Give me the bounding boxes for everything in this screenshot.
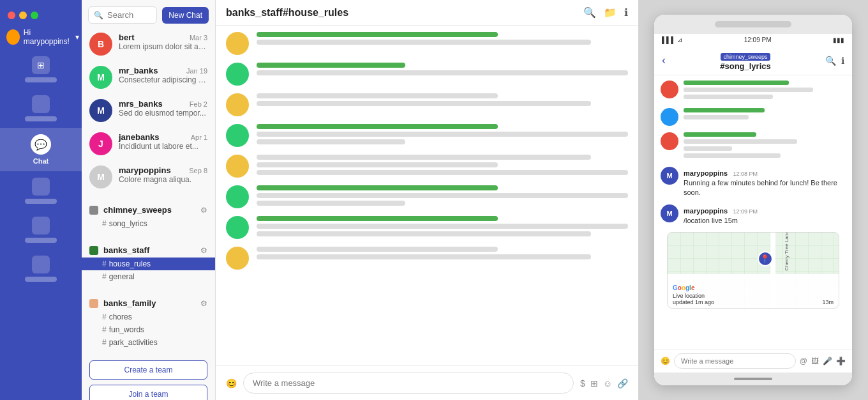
join-team-button[interactable]: Join a team xyxy=(89,385,207,400)
mobile-avatar-1 xyxy=(661,81,678,98)
chat-header-icons: 🔍 📁 ℹ xyxy=(583,6,628,19)
mobile-avatar-marypoppins-1: M xyxy=(661,167,678,185)
folder-header-icon[interactable]: 📁 xyxy=(604,6,617,19)
user-avatar xyxy=(6,29,20,45)
mobile-at-icon[interactable]: @ xyxy=(800,357,807,365)
team-name-chimney: chimney_sweeps xyxy=(103,205,200,215)
mobile-message-input[interactable] xyxy=(674,353,796,369)
sidebar-item-chat[interactable]: 💬 Chat xyxy=(0,128,82,171)
channel-fun-words[interactable]: #fun_words xyxy=(82,323,215,336)
new-chat-button[interactable]: New Chat xyxy=(162,7,209,24)
channel-park-activities[interactable]: #park_activities xyxy=(82,336,215,349)
team-color-banks-staff xyxy=(89,246,98,255)
sidebar-label-2 xyxy=(25,116,57,121)
bottom-buttons: Create a team Join a team xyxy=(82,353,215,400)
mobile-emoji-icon[interactable]: 😊 xyxy=(661,357,670,365)
smiley-icon[interactable]: ☺ xyxy=(603,378,612,388)
team-chimney-sweeps-header[interactable]: chimney_sweeps ⚙ xyxy=(82,203,215,217)
message-input[interactable] xyxy=(243,373,574,394)
avatar-bert: B xyxy=(89,33,112,56)
hash-icon-fun-words: # xyxy=(102,325,107,334)
info-header-icon[interactable]: ℹ xyxy=(624,6,628,19)
mobile-info-icon[interactable]: ℹ xyxy=(841,56,844,66)
mobile-channel-info: chimney_sweeps #song_lyrics xyxy=(671,50,820,71)
right-panel: ▌▌▌ ⊿ 12:09 PM ▮▮▮ ‹ chimney_sweeps #son… xyxy=(638,0,868,400)
dm-date-mr-banks: Jan 19 xyxy=(186,67,207,75)
dm-item-mr-banks[interactable]: M mr_banks Jan 19 Consectetur adipiscing… xyxy=(82,61,215,94)
chat-icon: 💬 xyxy=(31,134,51,155)
status-left: ▌▌▌ ⊿ xyxy=(662,36,682,43)
chat-input-actions: $ ⊞ ☺ 🔗 xyxy=(580,378,628,388)
messages-area xyxy=(216,26,638,365)
msg-content-5 xyxy=(257,155,628,175)
link-icon[interactable]: 🔗 xyxy=(617,378,628,388)
mobile-message-text-2: /location live 15m xyxy=(684,216,846,226)
team-banks-staff: banks_staff ⚙ #house_rules #general xyxy=(82,239,215,287)
msg-avatar-3 xyxy=(226,93,249,116)
hash-icon-general: # xyxy=(102,272,107,281)
map-distance: 13m xyxy=(822,299,834,305)
channel-house-rules[interactable]: #house_rules xyxy=(82,258,215,270)
sidebar-item-5[interactable] xyxy=(0,249,82,288)
dollar-icon[interactable]: $ xyxy=(580,378,585,388)
dm-date-janebanks: Apr 1 xyxy=(191,134,207,141)
message-group-4 xyxy=(226,124,628,147)
sidebar-item-2[interactable] xyxy=(0,89,82,128)
gear-icon-chimney[interactable]: ⚙ xyxy=(200,206,207,215)
sidebar-item-4[interactable] xyxy=(0,210,82,249)
dm-item-mrs-banks[interactable]: M mrs_banks Feb 2 Sed do eiusmod tempor.… xyxy=(82,94,215,127)
mobile-status-bar: ▌▌▌ ⊿ 12:09 PM ▮▮▮ xyxy=(654,34,852,46)
dm-name-mrs-banks: mrs_banks xyxy=(119,99,163,109)
channel-chores[interactable]: #chores xyxy=(82,311,215,323)
mobile-search-icon[interactable]: 🔍 xyxy=(825,56,836,66)
mobile-sender-1: marypoppins xyxy=(684,169,728,177)
message-group-5 xyxy=(226,155,628,178)
user-greeting[interactable]: Hi marypoppins! ▾ xyxy=(0,24,86,50)
mobile-mic-icon[interactable]: 🎤 xyxy=(823,357,832,365)
channel-song-lyrics[interactable]: #song_lyrics xyxy=(82,217,215,230)
sidebar-label-5 xyxy=(25,277,57,282)
dm-item-bert[interactable]: B bert Mar 3 Lorem ipsum dolor sit amet, xyxy=(82,27,215,61)
dm-preview-janebanks: Incididunt ut labore et... xyxy=(119,142,207,151)
dm-preview-marypoppins: Colore magna aliqua. xyxy=(119,175,207,184)
team-banks-staff-header[interactable]: banks_staff ⚙ xyxy=(82,243,215,258)
team-banks-family-header[interactable]: banks_family ⚙ xyxy=(82,296,215,311)
msg-content-6 xyxy=(257,185,628,206)
msg-avatar-6 xyxy=(226,185,249,208)
sidebar-item-3[interactable] xyxy=(0,171,82,210)
search-header-icon[interactable]: 🔍 xyxy=(583,6,596,19)
team-banks-family: banks_family ⚙ #chores #fun_words #park_… xyxy=(82,292,215,353)
msg-content-7 xyxy=(257,216,628,236)
avatar-mrs-banks: M xyxy=(89,99,112,122)
team-name-banks-family: banks_family xyxy=(103,298,200,308)
dm-name-bert: bert xyxy=(119,33,135,42)
close-button[interactable] xyxy=(8,12,15,19)
message-group-1 xyxy=(226,32,628,55)
msg-avatar-2 xyxy=(226,63,249,86)
gear-icon-banks-staff[interactable]: ⚙ xyxy=(200,246,207,255)
mobile-image-icon[interactable]: 🖼 xyxy=(811,357,819,365)
search-input[interactable] xyxy=(107,10,151,20)
mobile-time-2: 12:09 PM xyxy=(733,208,758,215)
dm-date-mrs-banks: Feb 2 xyxy=(190,100,207,108)
maximize-button[interactable] xyxy=(31,12,38,19)
create-team-button[interactable]: Create a team xyxy=(89,360,207,380)
main-chat: banks_staff#house_rules 🔍 📁 ℹ xyxy=(216,0,638,400)
sidebar-icon-2 xyxy=(32,95,50,113)
map-footer: Google Live location updated 1m ago 13m xyxy=(668,279,839,308)
sidebar-item-1[interactable]: ⊞ xyxy=(0,50,82,89)
emoji-icon[interactable]: 😊 xyxy=(226,378,237,388)
dm-item-marypoppins[interactable]: M marypoppins Sep 8 Colore magna aliqua. xyxy=(82,160,215,194)
mobile-plus-icon[interactable]: ➕ xyxy=(836,357,846,365)
search-input-wrap[interactable]: 🔍 xyxy=(88,6,157,24)
grid-icon[interactable]: ⊞ xyxy=(590,378,598,388)
minimize-button[interactable] xyxy=(19,12,27,19)
team-chimney-sweeps: chimney_sweeps ⚙ #song_lyrics xyxy=(82,199,215,234)
back-button[interactable]: ‹ xyxy=(662,54,666,67)
gear-icon-banks-family[interactable]: ⚙ xyxy=(200,299,207,308)
mobile-message-text-1: Running a few minutes behind for lunch! … xyxy=(684,178,846,198)
dm-date-marypoppins: Sep 8 xyxy=(189,167,207,174)
channel-general[interactable]: #general xyxy=(82,270,215,283)
message-group-6 xyxy=(226,185,628,208)
dm-item-janebanks[interactable]: J janebanks Apr 1 Incididunt ut labore e… xyxy=(82,127,215,160)
